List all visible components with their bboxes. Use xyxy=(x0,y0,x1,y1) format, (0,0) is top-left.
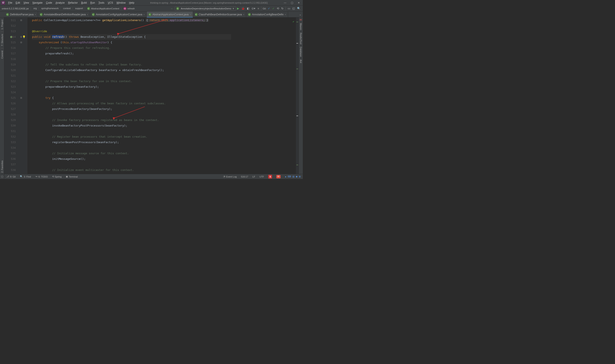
close-tab-icon[interactable]: × xyxy=(35,13,36,16)
navigate-back-icon[interactable]: ← xyxy=(169,7,175,10)
tool-structure[interactable]: 7: Structure xyxy=(1,33,3,47)
maximize-icon[interactable]: ▢ xyxy=(289,0,295,6)
tab-label: DefinitionParser.java xyxy=(10,13,34,16)
run-button[interactable]: ▶ xyxy=(236,7,240,10)
tool-maven[interactable]: Maven xyxy=(300,22,302,31)
svg-line-1 xyxy=(115,107,145,118)
error-stripe[interactable] xyxy=(296,17,298,174)
tool-git[interactable]: ⎇ 9: Git xyxy=(4,175,18,178)
java-class-icon: C xyxy=(248,13,251,16)
line-number-gutter[interactable]: 5115125135145155165175185195205215225235… xyxy=(4,17,19,174)
editor-tabs: CDefinitionParser.java×CAnnotatedBeanDef… xyxy=(0,12,303,17)
menu-refactor[interactable]: Refactor xyxy=(67,0,80,6)
tool-find[interactable]: 🔍 3: Find xyxy=(18,175,33,178)
close-tab-icon[interactable]: × xyxy=(143,13,145,16)
runconfig-icon: C xyxy=(176,7,179,10)
tool-window-toggle-icon[interactable]: ▢ xyxy=(0,174,4,179)
run-config-selector[interactable]: C AnnotationDependencyInjectionResolutio… xyxy=(175,6,236,11)
chevron-down-icon: ▼ xyxy=(232,7,234,10)
tool-ant[interactable]: Ant xyxy=(300,58,302,65)
menu-vcs[interactable]: VCS xyxy=(106,0,115,6)
menu-code[interactable]: Code xyxy=(44,0,54,6)
coverage-button[interactable]: ◧ xyxy=(246,7,251,10)
tool-todo[interactable]: ≔ 6: TODO xyxy=(33,175,50,178)
editor-area: 5115125135145155165175185195205215225235… xyxy=(4,17,298,174)
fold-mark[interactable]: ⊟ xyxy=(20,17,22,23)
tab-label: AbstractApplicationContext.java xyxy=(152,13,188,16)
code-surface[interactable]: public Collection<ApplicationListener<?>… xyxy=(27,17,296,174)
git-revert-icon[interactable]: ↻ xyxy=(280,7,285,10)
menu-run[interactable]: Run xyxy=(89,0,97,6)
method-icon: m xyxy=(123,7,126,10)
git-history-icon[interactable]: ⟲ xyxy=(276,7,280,10)
file-encoding[interactable]: UTF xyxy=(257,175,266,178)
java-class-icon: C xyxy=(6,13,9,16)
event-log[interactable]: ◔ Event Log xyxy=(221,175,239,178)
breadcrumb-class[interactable]: AbstractApplicationContext xyxy=(91,7,120,10)
fold-mark[interactable]: ⊟ xyxy=(20,95,22,101)
input-lang[interactable]: 中 xyxy=(274,175,283,178)
git-commit-icon[interactable]: ✓ xyxy=(271,7,276,10)
intention-bulb-icon[interactable]: 💡 xyxy=(22,34,26,40)
tool-restful[interactable]: RestfulTool xyxy=(300,31,302,45)
capture-icon[interactable]: ◱ xyxy=(291,7,296,10)
app-icon: IJ xyxy=(1,1,5,5)
editor-tab[interactable]: CAnnotationConfigBeanDefin× xyxy=(246,12,288,17)
minimize-icon[interactable]: — xyxy=(282,0,288,6)
window-title: thinking-in-spring - AbstractApplication… xyxy=(136,1,282,4)
menu-tools[interactable]: Tools xyxy=(97,0,106,6)
inspection-ok-icon[interactable]: ✔ xyxy=(293,19,294,24)
java-class-icon: C xyxy=(92,13,95,16)
menu-navigate[interactable]: Navigate xyxy=(31,0,44,6)
breadcrumb-segment[interactable]: org xyxy=(33,7,37,10)
close-tab-icon[interactable]: × xyxy=(243,13,244,16)
menu-build[interactable]: Build xyxy=(80,0,89,6)
breadcrumb-jar[interactable]: ontext-5.2.2.RELEASE.jar xyxy=(1,7,29,10)
editor-tab[interactable]: CAbstractApplicationContext.java× xyxy=(147,12,193,17)
close-tab-icon[interactable]: × xyxy=(190,13,191,16)
tool-project[interactable]: 1: Project xyxy=(1,18,3,31)
breadcrumb-segment[interactable]: support xyxy=(75,7,83,10)
maven-m-icon[interactable]: m xyxy=(300,17,302,22)
search-everywhere-icon[interactable]: 🔍 xyxy=(296,7,302,10)
menu-file[interactable]: File xyxy=(6,0,14,6)
close-tab-icon[interactable]: × xyxy=(87,13,88,16)
tool-spring[interactable]: ⟲ Spring xyxy=(50,175,64,178)
override-gutter-icon[interactable]: ⬤↑ xyxy=(10,34,13,40)
editor-tab[interactable]: CAnnotatedBeanDefinitionReader.java× xyxy=(38,12,90,17)
class-icon: C xyxy=(87,7,90,10)
tool-favorites[interactable]: 2: Favorites xyxy=(1,159,3,174)
line-separator[interactable]: LF xyxy=(250,175,257,178)
breadcrumb-method[interactable]: refresh xyxy=(127,7,135,10)
debug-button[interactable]: 🐞 xyxy=(240,7,246,10)
fold-gutter[interactable]: ⊟⊟💡⬤↑⊟⊟ xyxy=(19,17,27,174)
stop-button[interactable]: ■ xyxy=(256,7,260,10)
close-icon[interactable]: ✕ xyxy=(295,0,302,6)
editor-tab[interactable]: CAnnotationConfigApplicationContext.java… xyxy=(90,12,147,17)
editor-tab[interactable]: CClassPathBeanDefinitionScanner.java× xyxy=(193,12,246,17)
breadcrumb-segment[interactable]: context xyxy=(63,7,71,10)
menu-window[interactable]: Window xyxy=(115,0,127,6)
tray-icons[interactable]: ●⌨▥◆⊞ xyxy=(283,175,303,178)
menu-help[interactable]: Help xyxy=(127,0,136,6)
open-folder-icon[interactable]: ▭ xyxy=(287,7,291,10)
tool-database[interactable]: Database xyxy=(300,45,302,58)
menu-view[interactable]: View xyxy=(22,0,31,6)
ime-indicator[interactable]: S xyxy=(266,175,274,179)
tabs-more-icon[interactable]: ⌄ xyxy=(298,12,303,17)
cursor-position[interactable]: 516:17 xyxy=(239,175,250,178)
menu-analyze[interactable]: Analyze xyxy=(54,0,67,6)
fold-mark[interactable]: ⊟ xyxy=(20,34,22,40)
java-class-icon: C xyxy=(195,13,198,16)
right-tool-stripe: m Maven RestfulTool Database Ant xyxy=(298,17,303,174)
close-tab-icon[interactable]: × xyxy=(285,13,286,16)
editor-tab[interactable]: CDefinitionParser.java× xyxy=(4,12,38,17)
tool-commit[interactable]: Commit xyxy=(1,49,3,60)
menu-edit[interactable]: Edit xyxy=(14,0,22,6)
left-tool-stripe: 1: Project 7: Structure Commit 2: Favori… xyxy=(0,17,4,174)
profile-button[interactable]: ⊙▾ xyxy=(251,7,256,10)
tool-terminal[interactable]: ▣ Terminal xyxy=(64,175,80,178)
fold-mark[interactable]: ⊟ xyxy=(20,40,22,45)
git-update-icon[interactable]: ✓ xyxy=(267,7,271,10)
breadcrumb-segment[interactable]: springframework xyxy=(41,7,59,10)
